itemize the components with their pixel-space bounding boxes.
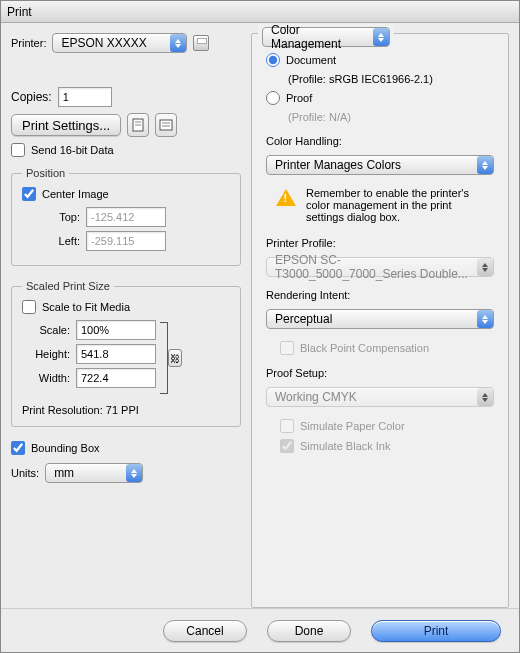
chevron-updown-icon: [170, 34, 186, 52]
copies-input[interactable]: [58, 87, 112, 107]
printer-profile-value: EPSON SC-T3000_5000_7000_Series Double..…: [275, 253, 471, 281]
chevron-updown-icon: [477, 258, 493, 276]
warning-icon: [276, 189, 296, 206]
content-area: Printer: EPSON XXXXX Copies: Print Setti…: [1, 23, 519, 608]
bounding-box-checkbox[interactable]: Bounding Box: [11, 441, 241, 455]
units-select[interactable]: mm: [45, 463, 143, 483]
units-row: Units: mm: [11, 463, 241, 483]
rendering-intent-select[interactable]: Perceptual: [266, 309, 494, 329]
document-radio-input[interactable]: [266, 53, 280, 67]
print-settings-button[interactable]: Print Settings...: [11, 114, 121, 136]
position-top-input: [86, 207, 166, 227]
rendering-intent-value: Perceptual: [275, 312, 471, 326]
scale-label: Scale:: [28, 324, 70, 336]
print-settings-row: Print Settings...: [11, 113, 241, 137]
print-resolution-text: Print Resolution: 71 PPI: [22, 404, 230, 416]
chevron-updown-icon: [126, 464, 142, 482]
proof-radio-label: Proof: [286, 92, 312, 104]
print-dialog: Print Printer: EPSON XXXXX Copies: Print…: [0, 0, 520, 653]
footer: Cancel Done Print: [1, 608, 519, 652]
color-handling-label: Color Handling:: [266, 135, 494, 147]
scale-to-fit-input[interactable]: [22, 300, 36, 314]
chevron-updown-icon: [477, 388, 493, 406]
section-select-value: Color Management: [271, 23, 367, 51]
proof-setup-label: Proof Setup:: [266, 367, 494, 379]
center-image-label: Center Image: [42, 188, 109, 200]
printer-select[interactable]: EPSON XXXXX: [52, 33, 187, 53]
print-button[interactable]: Print: [371, 620, 501, 642]
position-top-label: Top:: [38, 211, 80, 223]
send-16bit-input[interactable]: [11, 143, 25, 157]
left-column: Printer: EPSON XXXXX Copies: Print Setti…: [11, 33, 241, 608]
units-label: Units:: [11, 467, 39, 479]
simulate-paper-checkbox: Simulate Paper Color: [280, 419, 494, 433]
link-aspect-icon[interactable]: ⛓: [168, 349, 182, 367]
bounding-box-input[interactable]: [11, 441, 25, 455]
printer-profile-select: EPSON SC-T3000_5000_7000_Series Double..…: [266, 257, 494, 277]
document-profile-text: (Profile: sRGB IEC61966-2.1): [288, 73, 494, 85]
proof-profile-text: (Profile: N/A): [288, 111, 494, 123]
printer-select-value: EPSON XXXXX: [61, 36, 164, 50]
height-label: Height:: [28, 348, 70, 360]
printer-row: Printer: EPSON XXXXX: [11, 33, 241, 53]
done-button[interactable]: Done: [267, 620, 351, 642]
simulate-paper-input: [280, 419, 294, 433]
send-16bit-label: Send 16-bit Data: [31, 144, 114, 156]
proof-setup-select: Working CMYK: [266, 387, 494, 407]
right-panel: Color Management Document (Profile: sRGB…: [251, 33, 509, 608]
scale-input[interactable]: [76, 320, 156, 340]
svg-rect-3: [160, 120, 172, 130]
black-point-checkbox: Black Point Compensation: [280, 341, 494, 355]
copies-label: Copies:: [11, 90, 52, 104]
bracket-icon: [160, 322, 168, 394]
window-title: Print: [7, 5, 32, 19]
proof-radio-input[interactable]: [266, 91, 280, 105]
proof-setup-value: Working CMYK: [275, 390, 471, 404]
width-input[interactable]: [76, 368, 156, 388]
copies-row: Copies:: [11, 87, 241, 107]
center-image-checkbox[interactable]: Center Image: [22, 187, 109, 201]
right-inner: Document (Profile: sRGB IEC61966-2.1) Pr…: [252, 53, 508, 467]
height-input[interactable]: [76, 344, 156, 364]
color-handling-select[interactable]: Printer Manages Colors: [266, 155, 494, 175]
rendering-intent-label: Rendering Intent:: [266, 289, 494, 301]
color-handling-value: Printer Manages Colors: [275, 158, 471, 172]
chevron-updown-icon: [477, 310, 493, 328]
black-point-input: [280, 341, 294, 355]
simulate-black-checkbox: Simulate Black Ink: [280, 439, 494, 453]
document-radio-label: Document: [286, 54, 336, 66]
scaled-print-size-legend: Scaled Print Size: [22, 280, 114, 292]
units-value: mm: [54, 466, 120, 480]
printer-icon[interactable]: [193, 35, 209, 51]
printer-profile-label: Printer Profile:: [266, 237, 494, 249]
simulate-black-input: [280, 439, 294, 453]
section-select[interactable]: Color Management: [262, 27, 390, 47]
reminder-text: Remember to enable the printer's color m…: [306, 187, 490, 223]
page-setup-landscape-icon[interactable]: [155, 113, 177, 137]
cancel-button[interactable]: Cancel: [163, 620, 247, 642]
scale-to-fit-checkbox[interactable]: Scale to Fit Media: [22, 300, 130, 314]
black-point-label: Black Point Compensation: [300, 342, 429, 354]
page-setup-portrait-icon[interactable]: [127, 113, 149, 137]
printer-label: Printer:: [11, 37, 46, 49]
titlebar: Print: [1, 1, 519, 23]
proof-radio[interactable]: Proof: [266, 91, 494, 105]
position-legend: Position: [22, 167, 69, 179]
chevron-updown-icon: [477, 156, 493, 174]
position-fieldset: Position Center Image Top: Left:: [11, 167, 241, 266]
scale-to-fit-label: Scale to Fit Media: [42, 301, 130, 313]
send-16bit-checkbox[interactable]: Send 16-bit Data: [11, 143, 241, 157]
bounding-box-label: Bounding Box: [31, 442, 100, 454]
chevron-updown-icon: [373, 28, 389, 46]
document-radio[interactable]: Document: [266, 53, 494, 67]
simulate-black-label: Simulate Black Ink: [300, 440, 390, 452]
simulate-paper-label: Simulate Paper Color: [300, 420, 405, 432]
position-left-label: Left:: [38, 235, 80, 247]
scaled-print-size-fieldset: Scaled Print Size Scale to Fit Media Sca…: [11, 280, 241, 427]
position-left-input: [86, 231, 166, 251]
center-image-input[interactable]: [22, 187, 36, 201]
width-label: Width:: [28, 372, 70, 384]
